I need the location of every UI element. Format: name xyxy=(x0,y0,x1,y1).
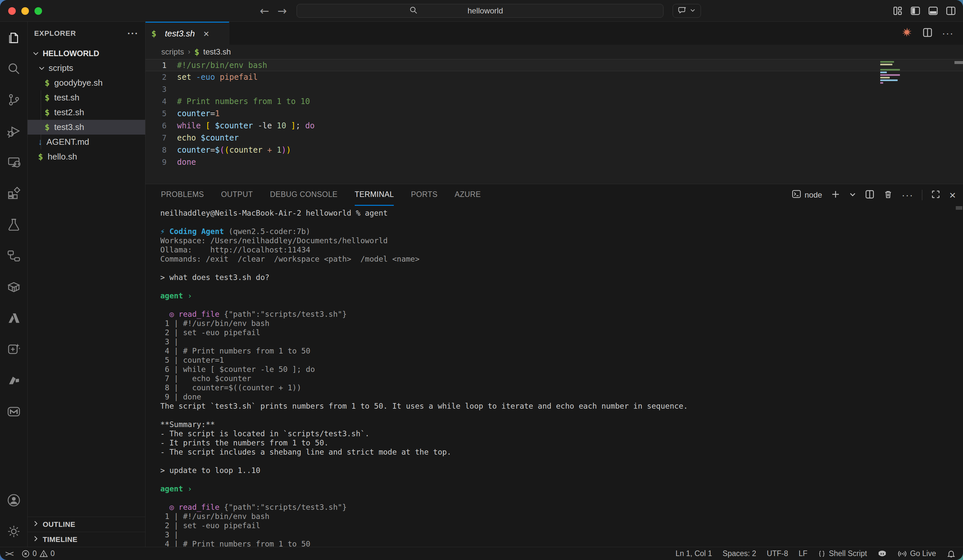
breadcrumb[interactable]: scripts › $ test3.sh xyxy=(146,45,963,59)
breadcrumb-file[interactable]: test3.sh xyxy=(203,47,231,57)
terminal-line: Ollama: http://localhost:11434 xyxy=(160,245,953,254)
remote-explorer-icon[interactable] xyxy=(0,146,28,178)
panel-tab-output[interactable]: OUTPUT xyxy=(221,184,253,206)
navigate-back-button[interactable]: ← xyxy=(258,4,271,18)
code-line: 2set -euo pipefail xyxy=(146,71,963,83)
panel-tab-debug-console[interactable]: DEBUG CONSOLE xyxy=(270,184,338,206)
editor-more-actions-icon[interactable]: ··· xyxy=(942,28,954,39)
sidebar-section-timeline[interactable]: TIMELINE xyxy=(28,532,145,547)
sidebar-section-outline[interactable]: OUTLINE xyxy=(28,517,145,532)
m-logo-icon[interactable] xyxy=(0,396,28,427)
code-line: 4# Print numbers from 1 to 10 xyxy=(146,95,963,108)
container-icon[interactable] xyxy=(0,271,28,302)
toggle-primary-sidebar-icon[interactable] xyxy=(910,6,920,16)
panel-more-actions-icon[interactable]: ··· xyxy=(901,189,913,201)
notifications[interactable] xyxy=(947,549,956,558)
terminal-output[interactable]: ○neilhaddley@Neils-MacBook-Air-2 hellowo… xyxy=(160,209,953,547)
language-mode[interactable]: Shell Script xyxy=(818,549,867,558)
close-window-button[interactable] xyxy=(8,7,16,15)
chevron-right-icon xyxy=(32,520,39,529)
tab-test3-sh[interactable]: $ test3.sh × xyxy=(146,22,229,45)
hierarchy-icon[interactable] xyxy=(0,240,28,271)
terminal-line: > update to loop 1..10 xyxy=(160,466,953,475)
line-number: 9 xyxy=(146,156,177,168)
breadcrumb-folder[interactable]: scripts xyxy=(161,47,184,57)
extension-run-icon[interactable] xyxy=(901,27,913,40)
extensions-icon[interactable] xyxy=(0,178,28,209)
eol[interactable]: LF xyxy=(799,549,807,558)
tree-item-test3-sh[interactable]: $test3.sh xyxy=(28,120,145,134)
terminal-line xyxy=(160,494,953,503)
pulumi-icon[interactable] xyxy=(0,365,28,396)
command-center-search[interactable] xyxy=(297,4,663,18)
panel-tab-terminal[interactable]: TERMINAL xyxy=(355,184,394,206)
terminal-line: 2 | set -euo pipefail xyxy=(160,328,953,337)
code-line: 5counter=1 xyxy=(146,108,963,120)
toggle-panel-icon[interactable] xyxy=(928,6,938,16)
tree-item-agent-md[interactable]: ↓AGENT.md xyxy=(28,134,145,149)
tree-item-test-sh[interactable]: $test.sh xyxy=(28,90,145,105)
split-terminal-icon[interactable] xyxy=(865,189,875,201)
terminal-line: 1 | #!/usr/bin/env bash xyxy=(160,319,953,328)
tree-item-hello-sh[interactable]: $hello.sh xyxy=(28,149,145,164)
tree-item-goodybye-sh[interactable]: $goodybye.sh xyxy=(28,76,145,90)
terminal-line: - The script includes a shebang line and… xyxy=(160,447,953,456)
activity-bar xyxy=(0,22,28,547)
tree-item-scripts[interactable]: scripts xyxy=(28,61,145,76)
files-icon[interactable] xyxy=(0,22,28,53)
settings-gear-icon[interactable] xyxy=(0,516,28,547)
line-number: 7 xyxy=(146,132,177,144)
encoding[interactable]: UTF-8 xyxy=(767,549,788,558)
run-debug-icon[interactable] xyxy=(0,115,28,146)
terminal-line: 3 | xyxy=(160,337,953,346)
close-tab-icon[interactable]: × xyxy=(203,29,209,39)
minimap[interactable] xyxy=(880,61,900,85)
terminal-line: ○neilhaddley@Neils-MacBook-Air-2 hellowo… xyxy=(160,209,953,218)
copilot-chat-button[interactable] xyxy=(673,4,701,18)
split-editor-icon[interactable] xyxy=(922,27,933,39)
explorer-more-actions-icon[interactable]: ··· xyxy=(127,28,139,39)
close-panel-icon[interactable]: × xyxy=(949,189,956,202)
customize-layout-icon[interactable] xyxy=(893,6,903,16)
terminal-profile-dropdown-icon[interactable] xyxy=(849,191,856,199)
terminal-line: **Summary:** xyxy=(160,420,953,429)
go-live[interactable]: Go Live xyxy=(897,549,936,559)
line-number: 6 xyxy=(146,120,177,132)
remote-indicator-icon[interactable]: >< xyxy=(5,549,13,558)
minimize-window-button[interactable] xyxy=(21,7,29,15)
maximize-panel-icon[interactable] xyxy=(931,189,941,201)
indentation[interactable]: Spaces: 2 xyxy=(723,549,756,558)
panel-tab-problems[interactable]: PROBLEMS xyxy=(161,184,204,206)
tree-item-helloworld[interactable]: HELLOWORLD xyxy=(28,46,145,61)
shell-file-icon: $ xyxy=(38,152,43,162)
zoom-window-button[interactable] xyxy=(34,7,42,15)
terminal-scrollbar[interactable] xyxy=(956,206,962,210)
problems-status[interactable]: 0 0 xyxy=(21,549,55,558)
tree-item-label: AGENT.md xyxy=(47,137,89,147)
toggle-secondary-sidebar-icon[interactable] xyxy=(946,6,956,16)
new-terminal-icon[interactable] xyxy=(831,189,840,201)
panel-tab-ports[interactable]: PORTS xyxy=(411,184,438,206)
kill-terminal-icon[interactable] xyxy=(883,189,893,201)
error-count: 0 xyxy=(32,549,37,558)
code-editor[interactable]: 1#!/usr/bin/env bash2set -euo pipefail34… xyxy=(146,59,963,185)
terminal-line xyxy=(160,456,953,466)
azure-icon[interactable] xyxy=(0,302,28,333)
shell-file-icon: $ xyxy=(45,108,50,117)
sparkle-tool-icon[interactable] xyxy=(0,333,28,365)
line-number: 2 xyxy=(146,71,177,83)
source-control-icon[interactable] xyxy=(0,84,28,115)
panel-tab-azure[interactable]: AZURE xyxy=(455,184,481,206)
terminal-line: > what does test3.sh do? xyxy=(160,273,953,282)
search-input[interactable] xyxy=(420,6,551,15)
copilot-status[interactable] xyxy=(878,549,887,558)
account-icon[interactable] xyxy=(0,484,28,516)
tree-item-test2-sh[interactable]: $test2.sh xyxy=(28,105,145,120)
test-beaker-icon[interactable] xyxy=(0,209,28,240)
search-icon[interactable] xyxy=(0,53,28,84)
cursor-position[interactable]: Ln 1, Col 1 xyxy=(676,549,712,558)
terminal-line xyxy=(160,282,953,291)
navigate-forward-button[interactable]: → xyxy=(275,4,289,18)
terminal-line: - It prints the numbers from 1 to 50. xyxy=(160,438,953,447)
explorer-sidebar: EXPLORER ··· HELLOWORLDscripts$goodybye.… xyxy=(28,22,146,547)
